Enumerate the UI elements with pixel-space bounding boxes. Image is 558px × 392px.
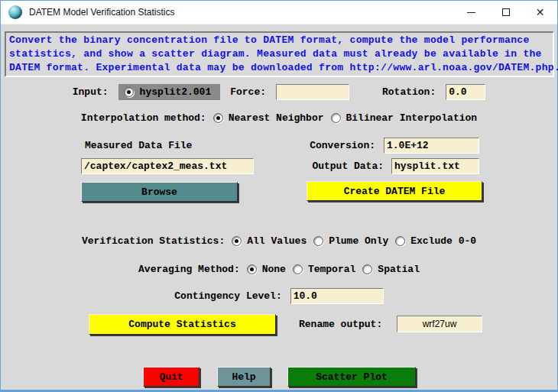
radio-label: None	[262, 264, 286, 275]
force-field[interactable]	[276, 84, 349, 100]
radio-icon	[247, 264, 257, 274]
conversion-field[interactable]	[384, 138, 479, 154]
description-text: Convert the binary concentration file to…	[5, 31, 554, 77]
radio-spatial[interactable]: Spatial	[362, 264, 420, 275]
conversion-group: Conversion:	[310, 138, 479, 154]
radio-label: Temporal	[308, 264, 355, 275]
radio-label: Plume Only	[329, 235, 388, 247]
contingency-label: Contingency Level:	[174, 290, 281, 302]
radio-icon	[362, 264, 372, 274]
radio-icon	[213, 113, 223, 123]
close-icon: ✕	[536, 6, 545, 18]
radio-label: Nearest Neighbor	[229, 112, 324, 124]
description-line: DATEM format. Experimental data may be d…	[9, 61, 550, 75]
rotation-field[interactable]	[446, 84, 485, 100]
window-title: DATEM Model Verification Statistics	[29, 7, 175, 18]
radio-plume-only[interactable]: Plume Only	[313, 235, 388, 247]
force-label: Force:	[230, 86, 266, 98]
radio-icon	[395, 236, 405, 246]
create-datem-file-label: Create DATEM File	[344, 186, 446, 197]
rename-output-field[interactable]	[397, 316, 482, 332]
quit-button-label: Quit	[159, 371, 183, 383]
description-line: Convert the binary concentration file to…	[9, 34, 550, 47]
radio-nearest-neighbor[interactable]: Nearest Neighbor	[213, 112, 324, 124]
measured-file-field[interactable]	[81, 158, 254, 174]
conversion-label: Conversion:	[310, 140, 375, 151]
input-label: Input:	[73, 86, 109, 98]
radio-none[interactable]: None	[247, 264, 286, 275]
compute-statistics-button[interactable]: Compute Statistics	[89, 314, 276, 335]
minimize-icon	[467, 12, 475, 13]
radio-icon	[313, 236, 323, 246]
contingency-row: Contingency Level:	[1, 288, 557, 304]
radio-icon	[293, 264, 303, 274]
description-line: statistics, and show a scatter diagram. …	[9, 47, 550, 61]
minimize-button[interactable]	[454, 1, 488, 24]
browse-button[interactable]: Browse	[81, 182, 238, 202]
radio-label: All Values	[247, 235, 307, 247]
scatter-plot-button[interactable]: Scatter Plot	[287, 367, 416, 387]
browse-button-label: Browse	[141, 186, 177, 198]
contingency-field[interactable]	[290, 288, 384, 304]
output-data-group: Output Data:	[312, 158, 479, 174]
radio-icon	[232, 236, 242, 246]
output-data-field[interactable]	[391, 158, 479, 174]
scatter-plot-label: Scatter Plot	[316, 371, 388, 383]
radio-icon	[331, 113, 341, 123]
input-row: Input: hysplit2.001 Force: Rotation:	[1, 84, 557, 100]
input-file-radio-label: hysplit2.001	[140, 86, 212, 98]
maximize-icon	[502, 8, 510, 16]
quit-button[interactable]: Quit	[143, 367, 200, 387]
help-button[interactable]: Help	[217, 367, 271, 387]
radio-label: Bilinear Interpolation	[346, 112, 478, 124]
create-datem-file-button[interactable]: Create DATEM File	[307, 181, 482, 201]
close-button[interactable]: ✕	[523, 1, 557, 24]
interpolation-row: Interpolation method: Nearest Neighbor B…	[1, 112, 557, 124]
rename-output-label: Rename output:	[299, 319, 382, 330]
window-controls: ✕	[454, 1, 557, 24]
radio-label: Spatial	[378, 264, 420, 275]
measured-data-file-label: Measured Data File	[85, 140, 192, 151]
input-file-radio[interactable]: hysplit2.001	[118, 84, 221, 100]
radio-exclude-0-0[interactable]: Exclude 0-0	[395, 235, 476, 247]
radio-all-values[interactable]: All Values	[232, 235, 307, 247]
maximize-button[interactable]	[488, 1, 523, 24]
output-data-label: Output Data:	[312, 160, 384, 172]
averaging-label: Averaging Method:	[138, 264, 240, 275]
radio-icon	[124, 87, 134, 97]
verification-label: Verification Statistics:	[82, 235, 225, 247]
interpolation-label: Interpolation method:	[81, 112, 206, 124]
compute-statistics-label: Compute Statistics	[128, 319, 235, 330]
radio-label: Exclude 0-0	[410, 235, 476, 247]
titlebar: DATEM Model Verification Statistics ✕	[1, 1, 557, 24]
verification-row: Verification Statistics: All Values Plum…	[1, 235, 557, 247]
help-button-label: Help	[232, 371, 255, 383]
radio-temporal[interactable]: Temporal	[293, 264, 355, 275]
radio-bilinear-interpolation[interactable]: Bilinear Interpolation	[331, 112, 478, 124]
globe-icon	[8, 5, 22, 19]
datem-window: DATEM Model Verification Statistics ✕ Co…	[0, 0, 558, 392]
averaging-row: Averaging Method: None Temporal Spatial	[1, 264, 557, 275]
rotation-label: Rotation:	[382, 86, 436, 98]
